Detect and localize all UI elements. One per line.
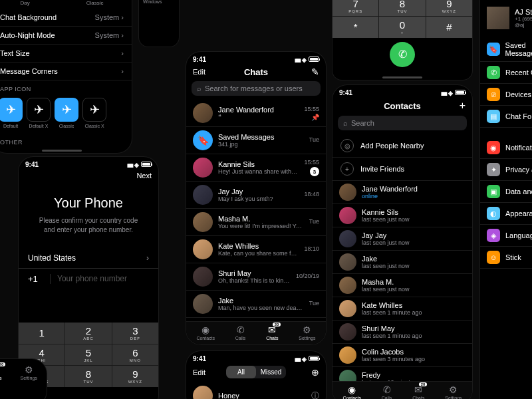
tab-contacts[interactable]: ◉Contacts xyxy=(342,384,361,399)
edit-button[interactable]: Edit xyxy=(193,68,213,76)
contact-row[interactable]: Kate Whilleslast seen 1 minute ago xyxy=(332,297,472,321)
search-field[interactable]: ⌕ Search xyxy=(338,116,467,130)
chat-row[interactable]: Masha M.You were lit! I'm impressed! You… xyxy=(186,209,326,236)
avatar xyxy=(193,185,213,205)
contact-row[interactable]: Jakelast seen just now xyxy=(332,251,472,274)
setting-row[interactable]: Message Corners› xyxy=(0,63,132,80)
avatar xyxy=(339,253,356,271)
setting-row[interactable]: Text Size› xyxy=(0,45,132,63)
dialer-screen: 4GHI5JKL6MNO7PQRS8TUV9WXYZ*0+# ✆ xyxy=(332,0,472,80)
keypad-key[interactable]: 5JKL xyxy=(65,344,111,366)
settings-row[interactable]: ▣Data and xyxy=(480,181,532,203)
signal-icon xyxy=(295,355,300,362)
compose-icon[interactable]: ✎ xyxy=(299,66,319,77)
add-nearby-row[interactable]: ◎ Add People Nearby xyxy=(332,134,472,158)
keypad-key[interactable]: 3DEF xyxy=(112,323,158,344)
screen-description: Please confirm your country code and ent… xyxy=(19,216,158,248)
keypad-key[interactable]: * xyxy=(332,17,378,38)
theme-classic-label: Classic xyxy=(86,0,104,6)
contact-row[interactable]: Jane Wanderfordonline xyxy=(332,181,472,204)
tab-chats[interactable]: ✉20Chats xyxy=(412,384,424,399)
tab-chats-label: Chats xyxy=(0,376,1,380)
user-avatar[interactable] xyxy=(487,7,509,29)
chats-list: Jane Wanderford❝ 15:55📌🔖 Saved Messages3… xyxy=(186,100,326,318)
search-field[interactable]: ⌕ Search for messages or users xyxy=(192,81,321,96)
battery-icon xyxy=(455,90,466,95)
contact-row[interactable]: Kannie Silslast seen just now xyxy=(332,204,472,227)
contact-row[interactable]: Colin Jacobslast seen 3 minutes ago xyxy=(332,344,472,367)
country-row[interactable]: United States › xyxy=(19,248,158,269)
segmented-control[interactable]: All Missed xyxy=(226,366,286,378)
keypad-key[interactable]: 7PQRS xyxy=(332,0,378,16)
invite-label: Invite Friends xyxy=(360,165,404,173)
chat-row[interactable]: Jay JayMay I ask you smth? 18:48 xyxy=(186,182,326,209)
seg-all[interactable]: All xyxy=(226,366,256,378)
battery-icon xyxy=(141,162,152,167)
phone-input-row[interactable]: +1 Your phone number xyxy=(19,269,158,289)
avatar xyxy=(193,294,213,314)
settings-row[interactable]: ✦Privacy an xyxy=(480,159,532,181)
app-icon-option[interactable]: ✈Default X xyxy=(27,98,51,128)
chat-row[interactable]: Jane Wanderford❝ 15:55📌 xyxy=(186,100,326,127)
search-icon: ⌕ xyxy=(197,84,201,92)
call-button[interactable]: ✆ xyxy=(390,42,415,67)
app-icon-row: ✈Default✈Default X✈Classic✈Classic X xyxy=(0,95,132,134)
settings-row[interactable]: ◉Notifications xyxy=(480,137,532,159)
keypad-key[interactable]: 2ABC xyxy=(65,323,111,344)
dial-code: +1 xyxy=(28,274,51,284)
settings-row[interactable]: ⎚Devices xyxy=(480,84,532,106)
chat-row[interactable]: 🔖 Saved Messages341.jpg Tue xyxy=(186,127,326,154)
contact-row[interactable]: Jay Jaylast seen just now xyxy=(332,227,472,251)
new-call-icon[interactable]: ⊕ xyxy=(299,367,319,378)
chat-row[interactable]: Shuri MayOh, thanks! This is to kind… 10… xyxy=(186,263,326,291)
keypad-key[interactable]: # xyxy=(426,17,472,38)
tab-chats[interactable]: ✉20 Chats xyxy=(0,364,1,380)
tab-settings[interactable]: ⚙ Settings xyxy=(21,364,37,380)
chat-row[interactable]: JakeMan, have you seen new deadlines for… xyxy=(186,291,326,318)
app-icon-option[interactable]: ✈Default xyxy=(0,98,23,128)
keypad-key[interactable]: 0+ xyxy=(379,17,425,38)
add-icon[interactable]: + xyxy=(446,100,466,112)
contact-row[interactable]: Shuri Maylast seen 1 minute ago xyxy=(332,321,472,344)
signal-icon xyxy=(295,56,300,63)
setting-row[interactable]: Auto-Night ModeSystem › xyxy=(0,27,132,45)
edit-button[interactable]: Edit xyxy=(193,368,213,376)
next-button[interactable]: Next xyxy=(132,172,152,180)
app-icon-option[interactable]: ✈Classic xyxy=(55,98,78,128)
keypad-key[interactable]: 1 xyxy=(19,323,65,344)
wifi-icon xyxy=(448,89,453,96)
settings-row[interactable]: ✆Recent Calls xyxy=(480,62,532,84)
chat-row[interactable]: Kate WhillesKate, can you share some fee… xyxy=(186,236,326,263)
section-app-icon: APP ICON xyxy=(0,80,132,95)
call-row[interactable]: Honey ⓘ xyxy=(186,382,326,399)
tab-settings[interactable]: ⚙Settings xyxy=(299,325,315,340)
tab-settings[interactable]: ⚙Settings xyxy=(445,384,462,399)
invite-row[interactable]: + Invite Friends xyxy=(332,158,472,181)
settings-row[interactable]: ◈Languag xyxy=(480,225,532,247)
tab-calls[interactable]: ✆Calls xyxy=(382,384,392,399)
avatar xyxy=(339,300,356,317)
setting-row[interactable]: Chat BackgroundSystem › xyxy=(0,9,132,27)
settings-row[interactable]: ◐Appearan xyxy=(480,203,532,225)
avatar xyxy=(339,323,356,340)
keypad-key[interactable]: 8TUV xyxy=(379,0,425,16)
tab-calls[interactable]: ✆Calls xyxy=(235,325,246,340)
navbar: Contacts + xyxy=(332,97,472,116)
tab-contacts[interactable]: ◉Contacts xyxy=(196,325,215,340)
contact-row[interactable]: Masha M.last seen just now xyxy=(332,274,472,297)
tab-chats[interactable]: ✉20Chats xyxy=(266,325,278,340)
seg-missed[interactable]: Missed xyxy=(256,366,286,378)
keypad-key[interactable]: 8TUV xyxy=(65,366,111,387)
keypad-key[interactable]: 6MNO xyxy=(112,344,158,366)
settings-row[interactable]: ☺Stick xyxy=(480,247,532,269)
settings-row[interactable]: ▤Chat Folders xyxy=(480,106,532,128)
keypad-key[interactable]: 9WXYZ xyxy=(426,0,472,16)
chat-row[interactable]: Kannie SilsHey! Just wanna share with yo… xyxy=(186,154,326,182)
info-icon[interactable]: ⓘ xyxy=(311,390,319,400)
person-add-icon: + xyxy=(340,162,354,176)
contacts-screen: 9:41 Contacts + ⌕ Search ◎ Add People Ne… xyxy=(332,85,472,399)
keypad-key[interactable]: 9WXYZ xyxy=(112,366,158,387)
app-icon-option[interactable]: ✈Classic X xyxy=(82,98,106,128)
status-time: 9:41 xyxy=(193,56,206,63)
settings-row[interactable]: 🔖Saved Messages xyxy=(480,37,532,62)
